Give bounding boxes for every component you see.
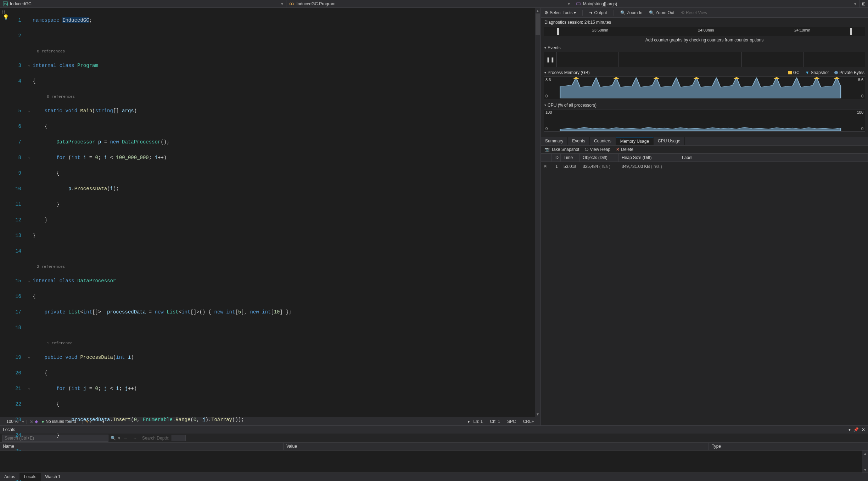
snapshot-table-header: ID Time Objects (Diff) Heap Size (Diff) … [541,154,868,162]
chevron-down-icon: ▾ [281,1,283,6]
diagnostics-timeline[interactable]: 23:50min 24:00min 24:10min [544,27,865,36]
snapshot-icon: ⎘ [541,163,551,170]
code-text-area[interactable]: 1namespace InducedGC; 2 0 references 3⌄i… [11,8,541,417]
heap-icon: ⎔ [585,147,588,152]
snapshot-toolbar: 📷 Take Snapshot ⎔ View Heap ✕ Delete [541,146,868,154]
snapshot-table: ID Time Objects (Diff) Heap Size (Diff) … [541,154,868,171]
reset-view-button[interactable]: ⟲ Reset View [681,10,707,15]
snapshot-time: 53.01s [561,163,580,170]
snapshot-heap: 349,731.00 KB ( n/a ) [619,163,679,170]
timeline-hint: Add counter graphs by checking counters … [541,36,868,44]
locals-col-type[interactable]: Type [709,443,868,450]
snapshot-objects: 325,484 ( n/a ) [580,163,619,170]
triangle-down-icon: ▾ [544,46,546,50]
csharp-file-icon: C# [3,1,8,6]
class-icon [289,1,294,6]
breadcrumb-bar: C# InducedGC ▾ InducedGC.Program ▾ Main(… [0,0,868,8]
tab-memory-usage[interactable]: Memory Usage [616,137,654,145]
editor-margin: {} 💡 [0,8,11,417]
triangle-down-icon: ▾ [544,71,546,74]
triangle-down-icon: ▾ [544,103,546,107]
tab-counters[interactable]: Counters [590,137,616,145]
svg-point-2 [290,3,292,5]
tab-cpu-usage[interactable]: CPU Usage [654,137,685,145]
chevron-down-icon: ▾ [568,1,570,6]
svg-point-3 [292,3,294,5]
legend-gc: GC [788,70,800,75]
code-editor-pane: {} 💡 1namespace InducedGC; 2 0 reference… [0,8,541,425]
locals-body[interactable]: ▲ ▼ [0,451,868,472]
zoom-in-icon: 🔍 [620,10,626,15]
breadcrumb-method[interactable]: Main(string[] args) ▾ [573,0,859,7]
timeline-handle-right[interactable] [850,28,852,35]
breadcrumb-namespace[interactable]: C# InducedGC ▾ [0,0,286,7]
arrow-out-icon: ➜ [589,10,593,15]
col-objects[interactable]: Objects (Diff) [580,154,619,162]
scroll-up-arrow[interactable]: ▲ [535,8,541,13]
method-icon [576,1,581,6]
locals-scrollbar[interactable]: ▲ ▼ [862,451,868,472]
view-heap-button[interactable]: ⎔ View Heap [585,147,610,152]
camera-icon: 📷 [544,147,550,152]
events-track: ❚❚ [544,52,865,67]
breadcrumb-class[interactable]: InducedGC.Program ▾ [286,0,573,7]
process-memory-header[interactable]: ▾ Process Memory (GB) GC ▼Snapshot Priva… [541,69,868,77]
zoom-out-icon: 🔍 [649,10,654,15]
breadcrumb-namespace-label: InducedGC [10,1,32,6]
x-icon: ✕ [616,147,620,152]
close-icon[interactable]: ✕ [862,427,865,432]
memory-area-svg [544,77,865,99]
pause-button[interactable]: ❚❚ [544,52,557,67]
scroll-down-arrow[interactable]: ▼ [535,411,541,417]
take-snapshot-button[interactable]: 📷 Take Snapshot [544,147,579,152]
split-window-button[interactable]: ⊞ [859,1,868,6]
events-section-header[interactable]: ▾ Events [541,44,868,52]
snapshot-id: 1 [551,163,561,170]
svg-text:C#: C# [4,2,8,6]
pin-icon[interactable]: 📌 [853,427,859,432]
cpu-chart[interactable]: 100 100 0 0 [544,109,865,132]
col-heap[interactable]: Heap Size (Diff) [619,154,679,162]
diagnostics-pane: ⚙ Select Tools ▾ ➜ Output 🔍 Zoom In 🔍 Zo… [541,8,868,425]
snapshot-label[interactable] [679,163,868,170]
breadcrumb-class-label: InducedGC.Program [296,1,335,6]
tab-events[interactable]: Events [568,137,590,145]
legend-private-bytes: Private Bytes [834,70,864,75]
braces-icon: {} [2,9,11,14]
scroll-up-arrow[interactable]: ▲ [862,451,868,456]
cpu-area-svg [544,109,865,131]
chevron-down-icon: ▾ [854,1,856,6]
output-button[interactable]: ➜ Output [589,10,607,15]
zoom-out-button[interactable]: 🔍 Zoom Out [649,10,674,15]
codelens-references[interactable]: 1 reference [11,339,541,346]
diagnostics-session-label: Diagnostics session: 24:15 minutes [541,18,868,26]
snapshot-row[interactable]: ⎘ 1 53.01s 325,484 ( n/a ) 349,731.00 KB… [541,162,868,171]
triangle-down-icon: ▼ [805,70,810,75]
scroll-thumb[interactable] [536,13,540,35]
diagnostics-tabs: Summary Events Counters Memory Usage CPU… [541,137,868,146]
svg-rect-4 [577,3,580,5]
process-memory-chart[interactable]: 8.6 8.6 0 0 [544,77,865,99]
codelens-references[interactable]: 0 references [11,47,541,54]
window-menu-icon[interactable]: ▾ [849,427,851,432]
tab-summary[interactable]: Summary [541,137,568,145]
breadcrumb-method-label: Main(string[] args) [583,1,617,6]
diagnostics-toolbar: ⚙ Select Tools ▾ ➜ Output 🔍 Zoom In 🔍 Zo… [541,8,868,18]
codelens-references[interactable]: 0 references [11,93,541,99]
codelens-references[interactable]: 2 references [11,263,541,269]
scroll-down-arrow[interactable]: ▼ [862,467,868,472]
cpu-section-header[interactable]: ▾ CPU (% of all processors) [541,101,868,109]
reset-icon: ⟲ [681,10,684,15]
editor-vertical-scrollbar[interactable]: ▲ ▼ [535,8,541,417]
zoom-in-button[interactable]: 🔍 Zoom In [620,10,643,15]
chevron-down-icon: ▾ [574,10,576,15]
col-time[interactable]: Time [561,154,580,162]
col-id[interactable]: ID [551,154,561,162]
gear-icon: ⚙ [544,10,548,15]
delete-snapshot-button[interactable]: ✕ Delete [616,147,633,152]
legend-snapshot: ▼Snapshot [805,70,829,75]
col-label[interactable]: Label [679,154,868,162]
lightbulb-icon[interactable]: 💡 [3,14,11,20]
select-tools-button[interactable]: ⚙ Select Tools ▾ [544,10,576,15]
timeline-handle-left[interactable] [557,28,559,35]
